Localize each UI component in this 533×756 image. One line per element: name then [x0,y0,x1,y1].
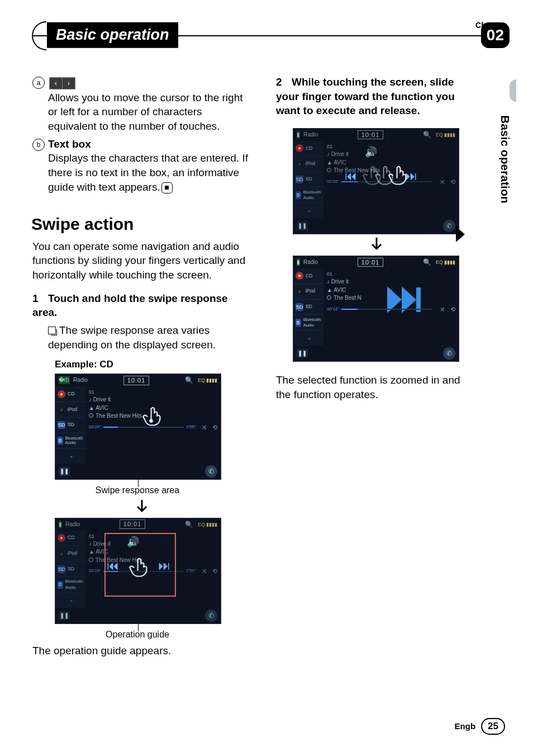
swipe-heading: Swipe action [31,213,251,236]
hand-touch-icon [139,403,165,429]
source-sidebar: ●CD ♪iPod SDSD BBluetooth Audio ⌄ [55,386,85,464]
screenshot-function-zoom: ▮Radio 10:01 🔍EQ▮▮▮▮ ●CD ♪iPod SDSD BBlu… [293,256,459,362]
eq-icon: EQ▮▮▮▮ [436,259,455,266]
chapter-number-badge: 02 [481,22,510,48]
cursor-left-right-icon: ‹› [49,77,75,89]
next-track-icon: ⏭ [158,557,170,574]
sd-icon: SD [58,421,65,429]
pause-button-icon: ❚❚ [297,349,308,358]
cd-icon: ● [58,390,65,398]
chapter-header: Basic operation 02 [32,20,510,50]
step1-note: The swipe response area varies depending… [48,323,251,352]
shuffle-icon: ⤨ [440,305,445,314]
arrow-down-icon [136,500,147,514]
phone-icon: ✆ [205,465,217,478]
step-1: 1Touch and hold the swipe response area. [32,291,251,320]
screenshot-cd-swipe-area: �巾 Radio 10:01 🔍 EQ▮▮▮▮ ●CD ♪iPod SDSD B… [55,374,221,480]
arrow-down-icon [371,238,382,252]
hand-touch-icon [126,554,151,580]
callout-line [138,479,139,487]
side-tab-label: Basic operation [497,115,513,204]
example-label: Example: CD [55,358,251,371]
svg-point-0 [150,420,152,422]
side-tab-bar [510,79,516,102]
hand-touch-icon [385,162,411,188]
step2-after: The selected function is zoomed in and t… [276,373,475,401]
screenshot-operation-guide: ▮Radio 10:01 🔍EQ▮▮▮▮ ●CD ♪iPod SDSD BBlu… [55,518,221,624]
step-2: 2While touching the screen, slide your f… [276,75,475,118]
page-footer: Engb 25 [455,718,505,735]
ipod-icon: ♪ [58,405,65,413]
item11-desc: Displays the characters that are entered… [48,151,251,194]
radio-icon: ▮ [297,258,300,266]
swipe-intro: You can operate some navigation and audi… [32,239,251,282]
chevron-down-icon: ⌄ [55,448,85,464]
chapter-title: Basic operation [47,22,178,48]
search-icon: 🔍 [423,258,431,267]
phone-icon: ✆ [443,347,455,360]
volume-icon: 🔊 [365,145,377,159]
shuffle-icon: ⤨ [202,423,207,432]
chevron-down-icon: ⌄ [293,330,323,346]
repeat-icon: ⟲ [450,305,455,314]
footer-language: Engb [455,721,476,732]
list-marker-11: b [32,139,45,151]
step1-after: The operation guide appears. [32,644,251,658]
note-icon [48,327,56,334]
sd-icon: SD [296,303,303,311]
bluetooth-icon: B [296,319,301,327]
next-track-big-icon [385,284,424,315]
arrow-right-icon [438,223,472,245]
stop-icon [161,182,173,193]
screenshot-swipe-right: ▮Radio 10:01 🔍EQ▮▮▮▮ ●CD ♪iPod SDSD BBlu… [293,128,459,234]
clock: 10:01 [123,376,150,385]
radio-icon: �巾 [59,376,70,384]
repeat-icon: ⟲ [212,423,217,432]
prev-track-icon: ⏮ [107,557,119,574]
caption-swipe-area: Swipe response area [55,484,220,497]
caption-operation-guide: Operation guide [55,629,220,641]
prev-track-icon: ⏮ [345,168,357,185]
list-marker-10: a [32,77,45,89]
clock: 10:01 [358,258,384,267]
eq-icon: EQ▮▮▮▮ [198,377,217,384]
item10-desc: Allows you to move the cursor to the rig… [48,91,251,134]
pause-button-icon: ❚❚ [59,467,70,476]
bluetooth-icon: B [58,437,63,445]
left-column: a ‹› Allows you to move the cursor to th… [32,75,251,658]
cd-icon: ● [296,272,303,280]
right-column: 2While touching the screen, slide your f… [276,75,475,658]
search-icon: 🔍 [185,376,193,385]
item11-title: Text box [48,138,91,150]
volume-icon: 🔊 [127,535,139,549]
page-number: 25 [481,718,505,735]
ipod-icon: ♪ [296,287,303,295]
